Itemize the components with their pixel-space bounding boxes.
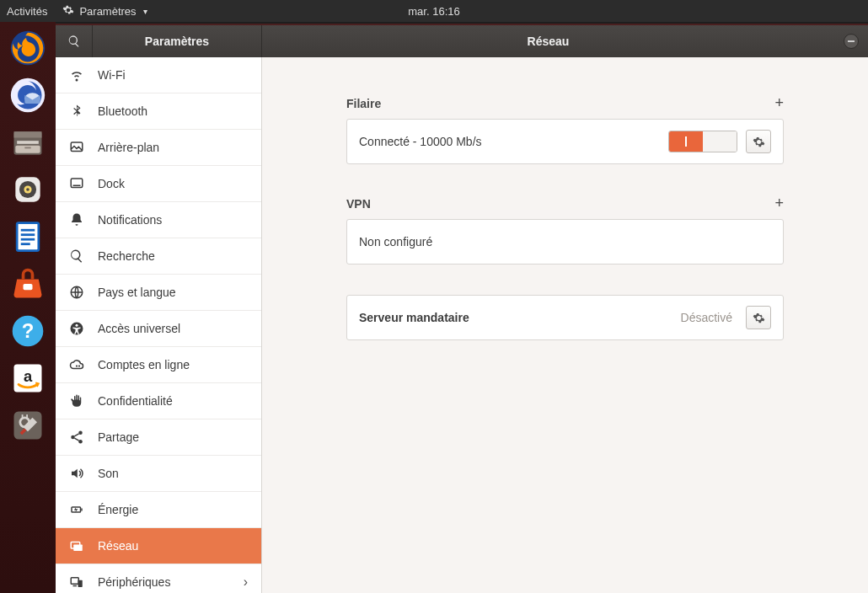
sidebar-item-network[interactable]: Réseau xyxy=(56,528,261,564)
sidebar-item-search[interactable]: Recherche xyxy=(56,238,261,275)
sidebar-item-bluetooth[interactable]: Bluetooth xyxy=(56,93,261,130)
settings-sidebar: Wi-Fi Bluetooth Arrière-plan Dock Notifi… xyxy=(56,57,262,593)
proxy-label: Serveur mandataire xyxy=(359,311,672,324)
sidebar-item-label: Confidentialité xyxy=(98,394,248,408)
launcher-amazon[interactable]: a xyxy=(7,357,49,399)
sidebar-item-wifi[interactable]: Wi-Fi xyxy=(56,57,261,93)
sidebar-item-dock[interactable]: Dock xyxy=(56,166,261,202)
svg-rect-18 xyxy=(24,284,33,290)
sidebar-item-power[interactable]: Énergie xyxy=(56,492,261,528)
svg-rect-43 xyxy=(71,578,78,585)
sidebar-item-label: Énergie xyxy=(98,503,248,516)
sidebar-item-accessibility[interactable]: Accès universel xyxy=(56,311,261,347)
bluetooth-icon xyxy=(69,104,84,119)
sidebar-item-label: Partage xyxy=(98,430,248,444)
launcher-software[interactable] xyxy=(7,263,49,305)
svg-rect-30 xyxy=(73,185,81,187)
wired-toggle[interactable] xyxy=(668,131,737,152)
launcher-writer[interactable] xyxy=(7,216,49,258)
svg-rect-15 xyxy=(21,233,35,236)
svg-text:a: a xyxy=(24,367,33,385)
wired-status: Connecté - 10000 Mb/s xyxy=(359,135,660,148)
titlebar: Paramètres Réseau xyxy=(56,25,868,57)
svg-point-35 xyxy=(76,365,78,366)
share-icon xyxy=(69,430,84,445)
sidebar-item-sharing[interactable]: Partage xyxy=(56,419,261,456)
svg-rect-17 xyxy=(21,243,30,245)
svg-rect-6 xyxy=(15,146,40,153)
battery-icon xyxy=(69,502,84,517)
vpn-row: Non configuré xyxy=(347,220,783,264)
sidebar-item-sound[interactable]: Son xyxy=(56,456,261,492)
sidebar-item-label: Bluetooth xyxy=(98,104,248,118)
launcher-files[interactable] xyxy=(7,121,49,163)
sidebar-item-region[interactable]: Pays et langue xyxy=(56,275,261,311)
sidebar-item-label: Comptes en ligne xyxy=(98,358,248,371)
vpn-title: VPN xyxy=(346,197,371,211)
add-vpn-button[interactable]: + xyxy=(774,195,784,212)
proxy-card: Serveur mandataire Désactivé xyxy=(346,295,784,340)
vpn-status: Non configuré xyxy=(359,235,771,248)
svg-rect-26 xyxy=(22,414,24,419)
sidebar-item-online-accounts[interactable]: Comptes en ligne xyxy=(56,347,261,383)
sound-icon xyxy=(69,466,84,481)
sidebar-item-label: Son xyxy=(98,467,248,480)
svg-rect-7 xyxy=(24,147,30,149)
proxy-status: Désactivé xyxy=(681,311,732,324)
activities-button[interactable]: Activités xyxy=(7,5,47,18)
svg-rect-5 xyxy=(17,141,39,144)
proxy-row: Serveur mandataire Désactivé xyxy=(347,296,783,339)
sidebar-item-devices[interactable]: Périphériques › xyxy=(56,564,261,593)
sidebar-item-privacy[interactable]: Confidentialité xyxy=(56,383,261,419)
sidebar-item-label: Périphériques xyxy=(98,575,230,589)
gear-icon xyxy=(62,4,74,19)
svg-point-11 xyxy=(26,188,29,191)
svg-point-38 xyxy=(78,440,83,444)
launcher-dock: ? a xyxy=(0,22,56,593)
dock-icon xyxy=(69,176,84,191)
wired-row: Connecté - 10000 Mb/s xyxy=(347,120,783,163)
bell-icon xyxy=(69,212,84,227)
globe-icon xyxy=(69,285,84,300)
svg-text:?: ? xyxy=(22,319,35,342)
appmenu-label: Paramètres xyxy=(79,5,136,18)
system-topbar: Activités Paramètres ▾ mar. 16:16 xyxy=(0,0,868,22)
add-wired-button[interactable]: + xyxy=(774,94,784,112)
wired-section-header: Filaire + xyxy=(346,94,784,112)
wired-title: Filaire xyxy=(346,97,381,110)
caret-down-icon: ▾ xyxy=(143,7,147,16)
proxy-settings-button[interactable] xyxy=(746,306,771,329)
clock[interactable]: mar. 16:16 xyxy=(408,5,459,18)
launcher-rhythmbox[interactable] xyxy=(7,168,49,211)
minimize-button[interactable] xyxy=(834,25,868,57)
svg-rect-42 xyxy=(73,545,83,552)
hand-icon xyxy=(69,393,84,409)
svg-rect-12 xyxy=(17,223,39,251)
gear-icon xyxy=(753,136,765,148)
network-panel: Filaire + Connecté - 10000 Mb/s VPN + xyxy=(262,57,868,593)
launcher-help[interactable]: ? xyxy=(7,310,49,352)
sidebar-item-label: Accès universel xyxy=(98,322,248,335)
background-icon xyxy=(69,140,84,155)
chevron-right-icon: › xyxy=(244,574,248,590)
sidebar-item-label: Wi-Fi xyxy=(98,68,248,82)
svg-point-33 xyxy=(76,324,78,327)
sidebar-item-label: Notifications xyxy=(98,213,248,227)
appmenu-button[interactable]: Paramètres ▾ xyxy=(62,4,147,19)
wired-card: Connecté - 10000 Mb/s xyxy=(346,119,784,164)
sidebar-item-label: Arrière-plan xyxy=(98,141,248,154)
launcher-firefox[interactable] xyxy=(7,27,49,69)
wired-settings-button[interactable] xyxy=(746,130,771,153)
svg-point-37 xyxy=(71,435,75,440)
sidebar-item-background[interactable]: Arrière-plan xyxy=(56,130,261,166)
svg-rect-44 xyxy=(78,580,83,587)
wifi-icon xyxy=(69,67,84,83)
launcher-settings[interactable] xyxy=(7,404,49,446)
launcher-thunderbird[interactable] xyxy=(7,74,49,116)
sidebar-search-button[interactable] xyxy=(56,25,93,57)
cloud-icon xyxy=(69,357,84,372)
vpn-section-header: VPN + xyxy=(346,195,784,212)
svg-point-36 xyxy=(78,431,83,435)
sidebar-item-label: Pays et langue xyxy=(98,286,248,299)
sidebar-item-notifications[interactable]: Notifications xyxy=(56,202,261,238)
